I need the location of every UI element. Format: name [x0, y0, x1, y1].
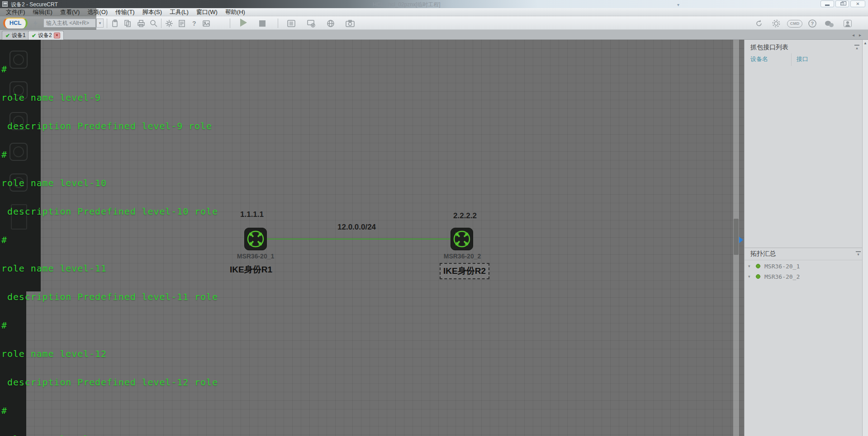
settings-gear-icon[interactable]: [772, 19, 781, 28]
window-title: 设备2 - SecureCRT: [11, 1, 58, 9]
connected-check-icon: ✔: [32, 33, 36, 39]
quick-connect-icon[interactable]: [31, 19, 40, 28]
terminal-scrollbar-thumb[interactable]: [734, 219, 739, 255]
session-tab-bar: ✔ 设备1 ✔ 设备2 ✕ ◂ ▸: [0, 30, 868, 40]
terminal-line: description Predefined level-11 role: [1, 292, 557, 302]
screen: 设备2 - SecureCRT HCL - hcl_02pznx[临时工程] ▾…: [0, 0, 868, 436]
menu-script[interactable]: 脚本(S): [142, 8, 162, 16]
export-icon[interactable]: [307, 19, 316, 28]
stop-devices-icon[interactable]: [258, 19, 267, 28]
column-device-name[interactable]: 设备名: [750, 55, 768, 63]
terminal-line: role name level-9: [1, 93, 557, 103]
minimize-button[interactable]: [821, 0, 834, 7]
web-icon[interactable]: [327, 19, 336, 28]
topology-link[interactable]: [256, 239, 462, 239]
title-bar: 设备2 - SecureCRT HCL - hcl_02pznx[临时工程] ▾…: [0, 0, 868, 8]
node1-name-label[interactable]: MSR36-20_1: [228, 253, 283, 260]
node2-identity-annotation-selected[interactable]: IKE身份R2: [440, 263, 489, 279]
node1-ip-label[interactable]: 1.1.1.1: [240, 210, 264, 219]
node2-name-label[interactable]: MSR36-20_2: [435, 253, 489, 260]
tab-scroll-left-icon[interactable]: ◂: [852, 33, 854, 38]
device-name: MSR36-20_1: [764, 263, 800, 270]
tab-device2[interactable]: ✔ 设备2 ✕: [28, 31, 64, 40]
svg-text:?: ?: [192, 20, 196, 27]
topo-device-row[interactable]: ▾ MSR36-20_1: [745, 262, 863, 272]
column-interface[interactable]: 接口: [797, 55, 808, 63]
router-icon: [245, 228, 266, 250]
find-icon[interactable]: [149, 19, 158, 28]
device-status-dot: [756, 264, 760, 268]
snapshot-icon[interactable]: [346, 19, 355, 28]
tab-device1-label: 设备1: [12, 32, 26, 39]
tab-device2-label: 设备2: [38, 32, 52, 39]
panel-scrollbar[interactable]: ▲: [862, 40, 868, 436]
capture-list-title: 抓包接口列表: [750, 43, 788, 52]
svg-text:?: ?: [811, 21, 814, 26]
menu-edit[interactable]: 编辑(E): [33, 8, 52, 16]
tree-expand-icon[interactable]: ▾: [748, 274, 750, 279]
router-node-1[interactable]: [244, 228, 267, 250]
terminal-line: description Predefined level-9 role: [1, 122, 557, 131]
quick-connect-dropdown[interactable]: ▾: [96, 19, 104, 28]
print-icon[interactable]: [137, 19, 146, 28]
collapse-section-icon[interactable]: ▴: [854, 45, 859, 49]
tab-scroll-right-icon[interactable]: ▸: [859, 33, 861, 38]
panel-collapse-arrow[interactable]: [739, 237, 743, 243]
column-divider: [791, 53, 792, 66]
help-pointer-icon[interactable]: ?: [190, 19, 199, 28]
quick-connect-input[interactable]: 输入主机 <Alt+R>: [43, 19, 96, 28]
terminal-line: role name level-12: [1, 349, 557, 359]
terminal-line: role name level-10: [1, 178, 557, 188]
help-icon[interactable]: ?: [808, 19, 817, 28]
topo-device-row[interactable]: ▾ MSR36-20_2: [745, 272, 863, 282]
menu-view[interactable]: 查看(V): [60, 8, 80, 16]
node2-ip-label[interactable]: 2.2.2.2: [453, 211, 477, 220]
header-underline: [745, 260, 863, 260]
menu-help[interactable]: 帮助(H): [225, 8, 245, 16]
menu-tools[interactable]: 工具(L): [170, 8, 189, 16]
tab-device1[interactable]: ✔ 设备1: [2, 31, 29, 40]
start-devices-icon[interactable]: [239, 18, 248, 27]
device-name: MSR36-20_2: [764, 273, 800, 280]
terminal-output[interactable]: # role name level-9 description Predefin…: [1, 46, 557, 436]
scroll-up-icon[interactable]: ▲: [863, 41, 867, 45]
properties-icon[interactable]: [177, 19, 186, 28]
wechat-icon[interactable]: [825, 20, 834, 29]
cmd-console-icon[interactable]: CMD: [787, 20, 802, 28]
terminal-line: #: [1, 150, 557, 159]
image-icon[interactable]: [202, 19, 211, 28]
terminal-line: #: [1, 235, 557, 245]
menu-file[interactable]: 文件(F): [6, 8, 25, 16]
session-options-icon[interactable]: [165, 19, 174, 28]
terminal-line: #: [1, 321, 557, 330]
router-node-2[interactable]: [451, 228, 473, 250]
securecrt-window-icon: [2, 1, 8, 7]
collapse-section-icon[interactable]: ▾: [856, 251, 861, 256]
tree-expand-icon[interactable]: ▾: [748, 264, 750, 268]
device-status-dot: [756, 274, 760, 279]
terminal-line: description Predefined level-12 role: [1, 378, 557, 387]
section-divider: [745, 248, 863, 248]
user-account-icon[interactable]: [843, 19, 852, 28]
right-panel: 抓包接口列表 ▴ 设备名 接口 拓扑汇总 ▾ ▾ MSR36-20_1 ▾ MS…: [744, 40, 862, 436]
menu-window[interactable]: 窗口(W): [196, 8, 218, 16]
background-window-title: HCL - hcl_02pznx[临时工程]: [373, 1, 441, 9]
node1-identity-annotation[interactable]: IKE身份R1: [230, 264, 272, 276]
connected-check-icon: ✔: [5, 33, 10, 39]
menu-options[interactable]: 选项(O): [87, 8, 108, 16]
device-list-icon[interactable]: [287, 19, 296, 28]
terminal-line: #: [1, 65, 557, 74]
toolbar: HCL 输入主机 <Alt+R> ▾ ?: [0, 16, 868, 30]
terminal-line: #: [1, 406, 557, 416]
close-button[interactable]: ✕: [850, 0, 865, 7]
hcl-logo: HCL: [3, 18, 28, 28]
menu-bar: 文件(F) 编辑(E) 查看(V) 选项(O) 传输(T) 脚本(S) 工具(L…: [0, 8, 868, 16]
chevron-down-icon: ▾: [677, 2, 679, 7]
refresh-icon[interactable]: [754, 19, 764, 28]
clipboard-icon[interactable]: [110, 19, 119, 28]
menu-transfer[interactable]: 传输(T): [115, 8, 135, 16]
copy-icon[interactable]: [123, 19, 132, 28]
tab-close-icon[interactable]: ✕: [54, 33, 60, 38]
restore-button[interactable]: [835, 0, 849, 7]
link-subnet-label[interactable]: 12.0.0.0/24: [337, 223, 376, 232]
